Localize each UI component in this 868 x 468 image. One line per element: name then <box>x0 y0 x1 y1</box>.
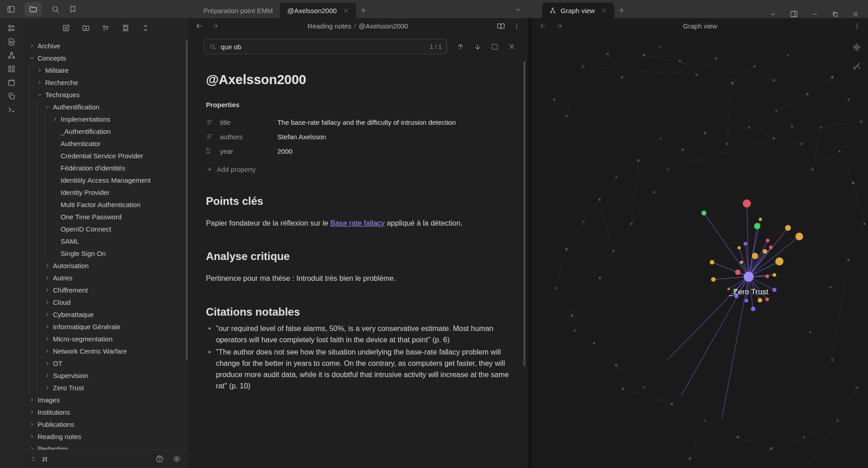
graph-node[interactable] <box>763 249 767 254</box>
collapse-all-icon[interactable] <box>142 24 150 32</box>
graph-node-dim[interactable] <box>615 364 618 367</box>
graph-node-dim[interactable] <box>660 46 662 48</box>
chevron-right-icon[interactable] <box>45 300 53 305</box>
graph-node-dim[interactable] <box>573 329 576 332</box>
pane-resize-handle[interactable] <box>528 18 532 468</box>
tree-item[interactable]: Authenticator <box>23 137 188 150</box>
graph-node-dim[interactable] <box>773 79 775 82</box>
tree-item[interactable]: Identity Provider <box>23 186 188 199</box>
graph-node-dim[interactable] <box>681 148 684 151</box>
tree-item[interactable]: Cloud <box>23 296 188 308</box>
bookmark-tab-icon[interactable] <box>69 5 77 13</box>
next-match-icon[interactable] <box>474 43 481 51</box>
graph-node-dim[interactable] <box>770 447 773 450</box>
graph-node-dim[interactable] <box>831 76 834 79</box>
tree-item[interactable]: Techniques <box>23 89 188 101</box>
graph-node-dim[interactable] <box>736 436 739 439</box>
tree-item[interactable]: Images <box>23 394 188 406</box>
graph-node[interactable] <box>740 261 743 264</box>
more-options-icon[interactable] <box>513 23 520 30</box>
graph-node-dim[interactable] <box>715 57 717 60</box>
tree-item[interactable]: Authentification <box>23 101 188 113</box>
graph-node-dim[interactable] <box>643 387 645 389</box>
chevron-right-icon[interactable] <box>52 117 61 122</box>
property-name[interactable]: title <box>220 118 273 126</box>
sort-order-icon[interactable] <box>102 24 110 32</box>
tree-item[interactable]: One Time Password <box>23 211 188 223</box>
tree-item[interactable]: Publications <box>23 418 188 430</box>
chevron-right-icon[interactable] <box>45 288 53 293</box>
graph-node-dim[interactable] <box>642 54 645 57</box>
add-property-button[interactable]: Add property <box>206 165 510 173</box>
editor-scrollbar[interactable] <box>524 61 525 366</box>
graph-node[interactable] <box>766 239 769 242</box>
graph-node-dim[interactable] <box>803 436 806 439</box>
restore-icon[interactable] <box>832 11 839 18</box>
graph-node-dim[interactable] <box>582 65 585 68</box>
graph-node-dim[interactable] <box>852 182 854 184</box>
tree-item[interactable]: Militaire <box>23 64 188 76</box>
tab-graph-view[interactable]: Graph view <box>542 3 614 18</box>
property-row-authors[interactable]: authors Stefan Axelsson <box>206 129 510 144</box>
graph-node-dim[interactable] <box>811 168 814 171</box>
property-name[interactable]: authors <box>220 133 273 141</box>
chevron-right-icon[interactable] <box>45 349 53 354</box>
tree-item[interactable]: SAML <box>23 235 188 247</box>
minimize-icon[interactable] <box>811 11 818 18</box>
graph-node-dim[interactable] <box>621 76 623 79</box>
graph-node-dim[interactable] <box>679 60 681 62</box>
select-all-matches-icon[interactable] <box>491 43 499 51</box>
graph-node-dim[interactable] <box>806 93 809 95</box>
chevron-right-icon[interactable] <box>45 312 53 317</box>
chevron-right-icon[interactable] <box>29 434 38 439</box>
sidebar-scrollbar[interactable] <box>186 40 188 360</box>
breadcrumb-current[interactable]: @Axelsson2000 <box>359 22 408 30</box>
graph-node[interactable] <box>773 288 777 292</box>
tree-item[interactable]: Micro-segmentation <box>23 333 188 345</box>
graph-node[interactable] <box>765 274 769 278</box>
property-value[interactable]: The base-rate fallacy and the difficulty… <box>278 118 456 126</box>
graph-node-dim[interactable] <box>863 223 866 225</box>
find-input-box[interactable]: 1 / 1 <box>204 39 447 54</box>
tree-item[interactable]: Credential Service Provider <box>23 150 188 162</box>
chevron-right-icon[interactable] <box>29 410 38 415</box>
forward-icon[interactable] <box>211 22 219 30</box>
internal-link-base-rate-fallacy[interactable]: Base rate fallacy <box>330 219 385 227</box>
graph-node-dim[interactable] <box>696 74 698 76</box>
tree-item[interactable]: Reading notes <box>23 430 188 443</box>
graph-node[interactable] <box>711 277 716 282</box>
tree-item[interactable]: Zero Trust <box>23 382 188 394</box>
property-name[interactable]: year <box>220 147 273 155</box>
breadcrumb-parent[interactable]: Reading notes <box>307 22 351 30</box>
tree-item[interactable]: Institutions <box>23 406 188 418</box>
graph-node[interactable] <box>754 223 760 229</box>
window-menu-chevron-icon[interactable] <box>769 11 776 18</box>
tab-preparation-point-emm[interactable]: Préparation point EMM <box>196 3 280 18</box>
graph-node-dim[interactable] <box>754 66 756 68</box>
settings-gear-icon[interactable] <box>173 455 181 463</box>
graph-node[interactable] <box>702 211 707 216</box>
ribbon-calendar-icon[interactable] <box>7 78 16 87</box>
graph-node-dim[interactable] <box>848 99 850 101</box>
graph-node-dim[interactable] <box>726 142 728 145</box>
graph-node-dim[interactable] <box>660 137 662 140</box>
tab-close-icon[interactable] <box>343 8 349 14</box>
tab-close-icon[interactable] <box>601 8 607 14</box>
graph-animate-wand-icon[interactable] <box>852 62 861 71</box>
graph-node-dim[interactable] <box>809 331 811 334</box>
tree-item[interactable]: Chiffrement <box>23 284 188 296</box>
chevron-down-icon[interactable] <box>37 92 45 97</box>
graph-node-dim[interactable] <box>582 221 585 223</box>
graph-node-dim[interactable] <box>555 287 557 289</box>
tree-item[interactable]: Concepts <box>23 52 188 64</box>
property-row-title[interactable]: title The base-rate fallacy and the diff… <box>206 115 510 129</box>
graph-node[interactable] <box>744 242 747 246</box>
ribbon-file-search-icon[interactable] <box>7 38 16 46</box>
graph-node-dim[interactable] <box>598 198 601 201</box>
files-tab-icon[interactable] <box>24 2 42 16</box>
graph-node-dim[interactable] <box>593 342 595 345</box>
back-icon[interactable] <box>539 22 547 30</box>
graph-node[interactable] <box>785 225 791 231</box>
graph-settings-gear-icon[interactable] <box>852 43 861 52</box>
tree-item[interactable]: Autres <box>23 272 188 284</box>
